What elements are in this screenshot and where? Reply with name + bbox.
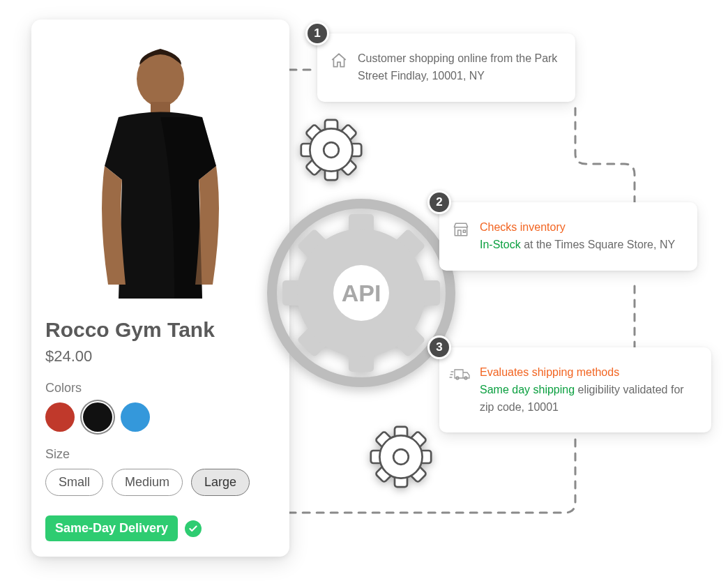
color-option-black[interactable] bbox=[83, 402, 112, 432]
product-title: Rocco Gym Tank bbox=[45, 318, 275, 342]
product-card: Rocco Gym Tank $24.00 Colors Size Small … bbox=[31, 20, 289, 557]
size-label: Size bbox=[45, 447, 275, 462]
size-option-large[interactable]: Large bbox=[191, 469, 250, 496]
step-2-status: In-Stock bbox=[480, 239, 521, 250]
api-label: API bbox=[342, 280, 381, 306]
svg-point-17 bbox=[324, 142, 339, 158]
truck-icon bbox=[449, 365, 471, 384]
store-icon bbox=[452, 220, 470, 239]
step-badge-3: 3 bbox=[427, 336, 451, 359]
color-options bbox=[45, 402, 275, 432]
delivery-badge: Same-Day Delivery bbox=[45, 515, 178, 541]
step-3-status: Same day shipping bbox=[480, 384, 575, 395]
check-icon bbox=[185, 520, 202, 537]
color-option-blue[interactable] bbox=[121, 402, 150, 432]
step-1-text: Customer shopping online from the Park S… bbox=[358, 52, 557, 82]
svg-point-27 bbox=[393, 449, 409, 465]
step-card-2: 2 Checks inventory In-Stock at the Times… bbox=[439, 202, 697, 271]
size-option-small[interactable]: Small bbox=[45, 469, 103, 496]
step-badge-2: 2 bbox=[427, 190, 451, 214]
product-price: $24.00 bbox=[45, 347, 275, 365]
delivery-row: Same-Day Delivery bbox=[45, 515, 275, 541]
api-gear-icon: API bbox=[264, 195, 459, 391]
gear-icon bbox=[300, 119, 363, 181]
gear-icon bbox=[370, 425, 432, 488]
step-badge-1: 1 bbox=[305, 22, 329, 45]
home-icon bbox=[330, 52, 348, 70]
color-option-red[interactable] bbox=[45, 402, 75, 432]
step-card-3: 3 Evaluates shipping methods Same day sh… bbox=[439, 347, 711, 432]
step-2-tail: at the Times Square Store, NY bbox=[521, 239, 675, 250]
size-option-medium[interactable]: Medium bbox=[112, 469, 183, 496]
step-card-1: 1 Customer shopping online from the Park… bbox=[317, 33, 575, 102]
step-2-title: Checks inventory bbox=[480, 221, 566, 233]
product-image bbox=[45, 33, 275, 312]
step-3-title: Evaluates shipping methods bbox=[480, 366, 619, 378]
colors-label: Colors bbox=[45, 381, 275, 395]
size-options: Small Medium Large bbox=[45, 469, 275, 496]
